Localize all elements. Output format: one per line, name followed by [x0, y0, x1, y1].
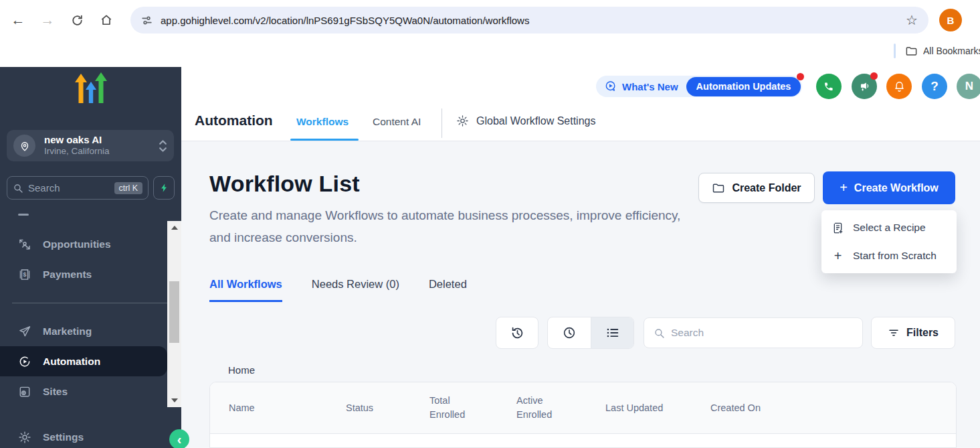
location-name: new oaks AI: [44, 134, 110, 147]
folder-icon: [905, 45, 918, 58]
sidebar: new oaks AI Irvine, California ctrl K Op…: [0, 67, 181, 448]
workflow-search-input[interactable]: [671, 327, 838, 339]
megaphone-icon: [858, 80, 871, 93]
scrollbar-thumb[interactable]: [169, 281, 179, 343]
workflow-tabs: All Workflows Needs Review (0) Deleted: [209, 278, 467, 302]
help-button[interactable]: ?: [922, 74, 947, 99]
bookmark-star-icon[interactable]: ☆: [906, 12, 918, 28]
question-icon: ?: [930, 79, 939, 94]
filter-icon: [888, 327, 900, 339]
breadcrumb[interactable]: Home: [228, 364, 255, 376]
history-icon: [510, 325, 525, 341]
site-info-icon[interactable]: [141, 15, 153, 26]
sidebar-item-payments[interactable]: $ Payments: [0, 259, 167, 289]
create-folder-label: Create Folder: [732, 182, 801, 194]
notifications-button[interactable]: [886, 74, 912, 99]
announcement-icon: [604, 80, 617, 93]
automation-updates-badge[interactable]: Automation Updates: [686, 77, 801, 96]
page-title: Automation: [195, 113, 273, 129]
browser-back-button[interactable]: ←: [7, 9, 29, 31]
filters-button[interactable]: Filters: [871, 317, 955, 349]
workflow-search[interactable]: [644, 317, 863, 348]
bell-icon: [893, 80, 906, 93]
sidebar-item-label: Sites: [43, 386, 68, 398]
plus-icon: +: [831, 248, 844, 264]
header-divider: [442, 108, 442, 138]
browser-home-button[interactable]: [95, 9, 118, 31]
all-bookmarks-label[interactable]: All Bookmarks: [923, 46, 980, 56]
browser-reload-button[interactable]: [66, 9, 88, 31]
tab-workflows[interactable]: Workflows: [296, 116, 349, 128]
location-switcher[interactable]: new oaks AI Irvine, California: [7, 130, 174, 161]
menu-item-select-recipe[interactable]: Select a Recipe: [821, 214, 957, 242]
whats-new-label: What's New: [622, 81, 678, 92]
whats-new-pill[interactable]: What's New Automation Updates: [596, 76, 802, 97]
column-active-enrolled: Active Enrolled: [516, 394, 559, 422]
bookmarks-bar: All Bookmarks: [894, 42, 980, 60]
sidebar-item-automation[interactable]: Automation: [0, 346, 167, 376]
column-name: Name: [229, 401, 346, 415]
time-view-button[interactable]: [548, 317, 591, 348]
plus-icon: +: [840, 180, 848, 196]
gear-icon: [456, 115, 469, 127]
sidebar-item-settings[interactable]: Settings: [0, 427, 167, 447]
sidebar-search[interactable]: ctrl K: [7, 176, 149, 200]
column-total-enrolled: Total Enrolled: [429, 394, 472, 422]
sidebar-collapse-button[interactable]: ‹: [169, 429, 189, 448]
automation-updates-label: Automation Updates: [696, 81, 791, 92]
list-view-button[interactable]: [591, 317, 633, 348]
view-toggle: [547, 317, 634, 349]
menu-item-start-from-scratch[interactable]: + Start from Scratch: [821, 242, 957, 270]
shortcut-badge: ctrl K: [114, 182, 142, 194]
recipe-icon: [831, 222, 844, 234]
global-workflow-settings-link[interactable]: Global Workflow Settings: [456, 115, 595, 127]
reload-icon: [71, 14, 84, 27]
sidebar-item-label: Payments: [43, 269, 92, 281]
sidebar-scrollbar[interactable]: [167, 221, 181, 407]
tab-needs-review[interactable]: Needs Review (0): [312, 278, 399, 302]
opportunities-icon: [18, 238, 31, 251]
notification-dot: [870, 72, 878, 80]
sidebar-search-input[interactable]: [28, 182, 95, 194]
menu-item-label: Start from Scratch: [853, 250, 937, 262]
browser-profile-avatar[interactable]: B: [939, 9, 962, 31]
global-workflow-settings-label: Global Workflow Settings: [476, 115, 595, 127]
execution-logs-button[interactable]: [496, 317, 538, 349]
folder-icon: [712, 181, 725, 195]
workflow-list-description: Create and manage Workflows to automate …: [209, 204, 681, 248]
sidebar-item-label: Opportunities: [43, 238, 111, 250]
cut-menu-item: [18, 214, 29, 216]
list-icon: [605, 325, 620, 340]
sidebar-item-sites[interactable]: Sites: [0, 376, 167, 406]
table-header-row: Name Status Total Enrolled Active Enroll…: [210, 382, 956, 434]
search-icon: [13, 183, 23, 194]
sidebar-item-marketing[interactable]: Marketing: [0, 316, 167, 346]
scroll-up-arrow[interactable]: [171, 226, 178, 230]
svg-text:$: $: [23, 271, 27, 277]
quick-actions-button[interactable]: [153, 176, 175, 200]
phone-button[interactable]: [816, 74, 842, 99]
scroll-down-arrow[interactable]: [171, 398, 178, 402]
location-city: Irvine, California: [44, 146, 110, 157]
create-folder-button[interactable]: Create Folder: [698, 173, 815, 203]
tab-all-workflows[interactable]: All Workflows: [209, 278, 282, 302]
browser-forward-button[interactable]: →: [36, 9, 59, 31]
create-workflow-button[interactable]: + Create Workflow: [823, 171, 955, 204]
tab-content-ai[interactable]: Content AI: [373, 116, 421, 128]
phone-icon: [823, 80, 835, 92]
announcements-button[interactable]: [852, 74, 877, 99]
address-bar[interactable]: app.gohighlevel.com/v2/location/lnPS691g…: [130, 7, 928, 33]
sidebar-item-label: Automation: [43, 356, 100, 368]
tab-deleted[interactable]: Deleted: [429, 278, 467, 302]
workflow-list-title: Workflow List: [209, 171, 360, 197]
filters-label: Filters: [906, 327, 939, 339]
create-workflow-label: Create Workflow: [854, 182, 939, 194]
workflow-table: Name Status Total Enrolled Active Enroll…: [209, 382, 957, 448]
bolt-icon: [159, 183, 169, 193]
sidebar-item-label: Settings: [43, 431, 84, 443]
user-avatar[interactable]: N: [957, 74, 980, 99]
sidebar-item-opportunities[interactable]: Opportunities: [0, 229, 167, 259]
create-workflow-menu: Select a Recipe + Start from Scratch: [821, 210, 957, 273]
browser-chrome: ← → app.gohighlevel.com/v2/location/lnPS…: [0, 0, 980, 67]
url-text: app.gohighlevel.com/v2/location/lnPS691g…: [161, 15, 906, 26]
